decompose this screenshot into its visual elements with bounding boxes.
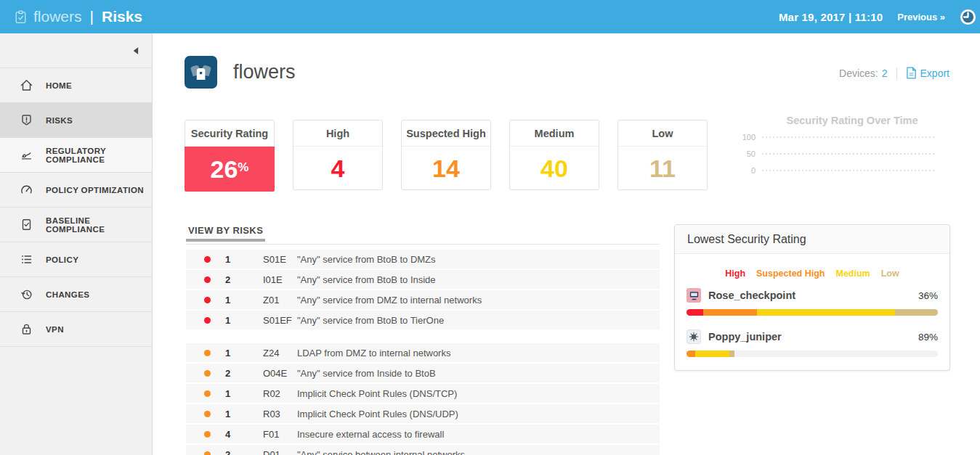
- bar-segment-low: [895, 309, 938, 316]
- stat-card-label: High: [293, 120, 382, 147]
- risk-count: 1: [225, 409, 263, 419]
- risk-row[interactable]: 1R02Implicit Check Point Rules (DNS/TCP): [186, 384, 660, 403]
- severity-distribution-bar: [687, 309, 938, 316]
- page-header: flowers: [185, 56, 296, 89]
- risk-row[interactable]: 1Z24LDAP from DMZ to internal networks: [186, 343, 660, 362]
- risk-row[interactable]: 1S01E"Any" service from BtoB to DMZs: [186, 250, 660, 269]
- risk-code: S01EF: [263, 315, 297, 326]
- risk-group-high: 1S01E"Any" service from BtoB to DMZs2I01…: [186, 250, 660, 329]
- security-rating-card-label: Security Rating: [185, 120, 274, 147]
- sidebar-item-home[interactable]: HOME: [0, 67, 152, 102]
- lowest-security-rating-panel: Lowest Security Rating HighSuspected Hig…: [674, 224, 950, 371]
- sidebar-item-label: POLICY OPTIMIZATION: [46, 186, 144, 194]
- risk-count: 1: [225, 254, 263, 265]
- topbar-section-name: Risks: [102, 8, 142, 25]
- export-button[interactable]: Export: [906, 67, 949, 79]
- risk-description: "Any" service from BtoB to DMZs: [297, 254, 436, 265]
- stat-card-value: 11: [618, 147, 707, 190]
- risk-row[interactable]: 4F01Insecure external access to firewall: [186, 425, 660, 443]
- security-rating-card[interactable]: Security Rating 26%: [185, 120, 275, 190]
- device-name[interactable]: Poppy_juniper: [708, 331, 782, 343]
- y-axis-tick: 50: [734, 149, 762, 158]
- risk-code: R03: [263, 409, 297, 419]
- chart-gridline-row: 0: [734, 165, 936, 175]
- risk-description: Implicit Check Point Rules (DNS/TCP): [297, 388, 457, 399]
- main-content: flowers Devices: 2 Export Security Ratin…: [153, 33, 980, 455]
- topbar-title-group: flowers | Risks: [0, 8, 142, 25]
- device-list: Rose_checkpoint36%Poppy_juniper89%: [687, 288, 938, 357]
- changes-icon: [20, 287, 33, 301]
- risks-section: VIEW BY RISKS 1S01E"Any" service from Bt…: [186, 220, 660, 455]
- sidebar-item-baseline-compliance[interactable]: BASELINE COMPLIANCE: [0, 207, 152, 242]
- bar-segment-suspected-high: [687, 351, 695, 357]
- risk-code: Z01: [263, 295, 297, 306]
- header-actions: Devices: 2 Export: [839, 67, 949, 79]
- severity-dot: [204, 350, 211, 356]
- sidebar-item-policy-optimization[interactable]: POLICY OPTIMIZATION: [0, 172, 152, 207]
- stat-card-label: Medium: [510, 120, 599, 147]
- tab-bar: VIEW BY RISKS: [186, 220, 660, 245]
- stat-card-high[interactable]: High4: [293, 120, 383, 190]
- risk-count: 2: [225, 368, 263, 379]
- risk-row[interactable]: 1R03Implicit Check Point Rules (DNS/UDP): [186, 404, 660, 423]
- risk-description: "Any" service between internal networks: [297, 449, 465, 455]
- risk-row[interactable]: 2I01E"Any" service from BtoB to Inside: [186, 270, 660, 289]
- severity-dot: [204, 256, 211, 263]
- risk-count: 2: [225, 449, 263, 455]
- policy-optimization-icon: [20, 183, 33, 197]
- severity-dot: [204, 390, 211, 397]
- risk-row[interactable]: 2D01"Any" service between internal netwo…: [186, 445, 660, 455]
- risk-description: "Any" service from BtoB to TierOne: [297, 315, 444, 326]
- severity-dot: [204, 451, 211, 455]
- bar-segment-medium: [757, 309, 895, 316]
- collapse-arrow-icon[interactable]: [132, 46, 139, 55]
- sidebar-item-risks[interactable]: RISKS: [0, 102, 152, 137]
- legend-high: High: [725, 269, 745, 279]
- sidebar-item-regulatory-compliance[interactable]: REGULATORY COMPLIANCE: [0, 137, 152, 172]
- y-axis-tick: 100: [734, 133, 762, 142]
- risk-description: Implicit Check Point Rules (DNS/UDP): [297, 409, 458, 419]
- devices-count[interactable]: 2: [882, 67, 888, 79]
- device-row: Poppy_juniper89%: [687, 329, 938, 344]
- topbar-app-name: flowers: [33, 8, 82, 25]
- stat-card-suspected-high[interactable]: Suspected High14: [401, 120, 491, 190]
- severity-dot: [204, 411, 211, 417]
- risk-count: 1: [225, 315, 263, 326]
- sidebar-item-vpn[interactable]: VPN: [0, 311, 152, 346]
- severity-dot: [204, 276, 211, 283]
- home-icon: [20, 78, 33, 92]
- page-title: flowers: [233, 61, 296, 83]
- sidebar-item-policy[interactable]: POLICY: [0, 242, 152, 276]
- previous-report-link[interactable]: Previous »: [897, 12, 945, 22]
- sidebar-item-label: BASELINE COMPLIANCE: [46, 216, 152, 234]
- risk-code: O04E: [263, 368, 297, 379]
- stat-card-medium[interactable]: Medium40: [509, 120, 599, 190]
- risk-count: 1: [225, 295, 263, 306]
- bar-segment-medium: [695, 351, 729, 357]
- device-name[interactable]: Rose_checkpoint: [708, 290, 795, 301]
- panel-body: HighSuspected HighMediumLow Rose_checkpo…: [675, 254, 949, 370]
- clock-icon[interactable]: [960, 9, 976, 25]
- percent-sign: %: [238, 160, 248, 175]
- risk-row[interactable]: 1S01EF"Any" service from BtoB to TierOne: [186, 311, 660, 329]
- active-tab-indicator: [186, 239, 265, 242]
- sidebar-nav: HOMERISKSREGULATORY COMPLIANCEPOLICY OPT…: [0, 67, 152, 347]
- severity-distribution-bar: [687, 351, 938, 357]
- device-rating: 36%: [918, 290, 938, 301]
- stat-card-low[interactable]: Low11: [617, 120, 708, 190]
- report-datetime: Mar 19, 2017 | 11:10: [779, 11, 883, 23]
- risk-code: I01E: [263, 274, 297, 285]
- sidebar-item-label: POLICY: [46, 255, 78, 264]
- risk-code: Z24: [263, 348, 297, 358]
- risk-row[interactable]: 2O04E"Any" service from Inside to BtoB: [186, 364, 660, 382]
- risk-code: S01E: [263, 254, 297, 265]
- risk-count: 1: [225, 348, 263, 358]
- sidebar-item-changes[interactable]: CHANGES: [0, 276, 152, 311]
- tab-view-by-risks[interactable]: VIEW BY RISKS: [186, 220, 265, 239]
- device-row: Rose_checkpoint36%: [687, 288, 938, 303]
- dotted-gridline: [762, 136, 936, 138]
- sidebar: HOMERISKSREGULATORY COMPLIANCEPOLICY OPT…: [0, 33, 153, 455]
- chart-gridline-row: 50: [734, 149, 936, 158]
- sidebar-item-label: VPN: [46, 325, 64, 334]
- risk-row[interactable]: 1Z01"Any" service from DMZ to internal n…: [186, 290, 660, 309]
